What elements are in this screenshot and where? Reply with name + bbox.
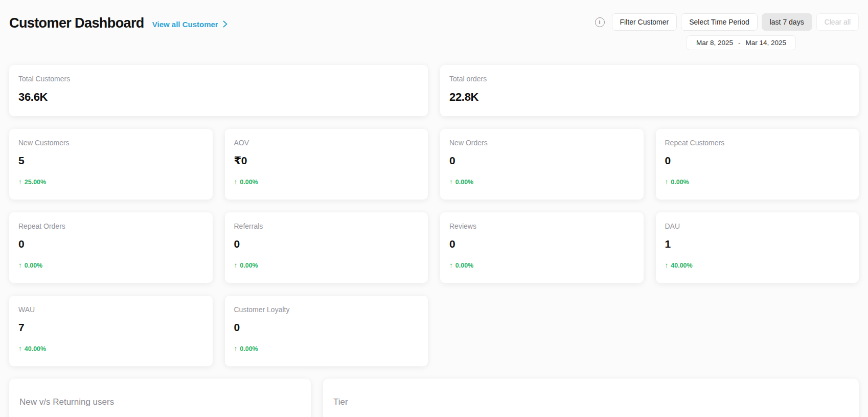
date-range-picker[interactable]: Mar 8, 2025 - Mar 14, 2025 xyxy=(687,35,796,50)
metric-label: Total Customers xyxy=(18,75,419,83)
metric-value: ₹0 xyxy=(234,155,419,167)
referrals-card: Referrals 0 ↑ 0.00% xyxy=(225,212,428,283)
bottom-charts-row: New v/s Returning users Tier xyxy=(9,379,859,417)
active-period-chip[interactable]: last 7 days xyxy=(762,13,812,31)
metric-change: ↑ 0.00% xyxy=(665,178,850,186)
dashboard-content: Total Customers 36.6K Total orders 22.8K… xyxy=(9,65,859,417)
date-range-row: Mar 8, 2025 - Mar 14, 2025 xyxy=(687,35,796,50)
metric-change-value: 0.00% xyxy=(671,179,689,186)
metric-value: 22.8K xyxy=(449,91,850,104)
new-vs-returning-users-card: New v/s Returning users xyxy=(9,379,311,417)
summary-cards-row: Total Customers 36.6K Total orders 22.8K xyxy=(9,65,859,116)
metric-change: ↑ 40.00% xyxy=(665,261,850,269)
section-title: New v/s Returning users xyxy=(19,397,301,407)
metric-value: 0 xyxy=(234,321,419,334)
up-arrow-icon: ↑ xyxy=(449,178,453,186)
up-arrow-icon: ↑ xyxy=(234,261,238,269)
metric-label: Customer Loyalty xyxy=(234,305,419,314)
date-range-start: Mar 8, 2025 xyxy=(696,39,733,47)
reviews-card: Reviews 0 ↑ 0.00% xyxy=(440,212,644,283)
metric-label: Referrals xyxy=(234,222,419,230)
tier-card: Tier xyxy=(323,379,859,417)
metric-label: DAU xyxy=(665,222,850,230)
view-all-customer-link[interactable]: View all Customer xyxy=(152,18,227,29)
header-controls: i Filter Customer Select Time Period las… xyxy=(595,13,859,50)
up-arrow-icon: ↑ xyxy=(18,345,22,353)
repeat-orders-card: Repeat Orders 0 ↑ 0.00% xyxy=(9,212,213,283)
clear-all-button[interactable]: Clear all xyxy=(816,13,859,31)
up-arrow-icon: ↑ xyxy=(234,178,238,186)
metric-change-value: 0.00% xyxy=(455,179,473,186)
customer-dashboard-page: Customer Dashboard View all Customer i F… xyxy=(0,0,868,417)
up-arrow-icon: ↑ xyxy=(665,178,669,186)
metric-change-value: 0.00% xyxy=(240,345,258,353)
up-arrow-icon: ↑ xyxy=(234,345,238,353)
total-orders-card: Total orders 22.8K xyxy=(440,65,859,116)
metric-label: New Customers xyxy=(18,139,203,147)
metric-value: 5 xyxy=(18,155,203,167)
metric-change-value: 0.00% xyxy=(240,179,258,186)
metric-value: 0 xyxy=(665,155,850,167)
metric-value: 0 xyxy=(18,238,203,250)
metric-cards-grid: New Customers 5 ↑ 25.00% AOV ₹0 ↑ 0.00% … xyxy=(9,129,859,366)
metric-change: ↑ 0.00% xyxy=(18,261,203,269)
metric-label: New Orders xyxy=(449,139,634,147)
wau-card: WAU 7 ↑ 40.00% xyxy=(9,296,213,366)
up-arrow-icon: ↑ xyxy=(665,261,669,269)
metric-value: 0 xyxy=(234,238,419,250)
metric-change: ↑ 40.00% xyxy=(18,345,203,353)
chevron-right-icon xyxy=(223,20,227,28)
page-title: Customer Dashboard xyxy=(9,15,144,31)
aov-card: AOV ₹0 ↑ 0.00% xyxy=(225,129,428,200)
metric-change-value: 0.00% xyxy=(25,262,42,269)
section-title: Tier xyxy=(333,397,849,407)
metric-change: ↑ 25.00% xyxy=(18,178,203,186)
metric-change-value: 25.00% xyxy=(25,179,46,186)
view-all-label: View all Customer xyxy=(152,20,218,29)
metric-change-value: 0.00% xyxy=(240,262,258,269)
metric-value: 0 xyxy=(449,238,634,250)
metric-change-value: 40.00% xyxy=(671,262,692,269)
metric-change-value: 40.00% xyxy=(25,345,46,353)
filter-controls-row: i Filter Customer Select Time Period las… xyxy=(595,13,859,31)
metric-label: WAU xyxy=(18,305,203,314)
up-arrow-icon: ↑ xyxy=(449,261,453,269)
metric-change: ↑ 0.00% xyxy=(234,345,419,353)
info-icon[interactable]: i xyxy=(595,17,605,27)
metric-label: Reviews xyxy=(449,222,634,230)
metric-value: 36.6K xyxy=(18,91,419,104)
metric-label: Repeat Customers xyxy=(665,139,850,147)
dau-card: DAU 1 ↑ 40.00% xyxy=(656,212,859,283)
customer-loyalty-card: Customer Loyalty 0 ↑ 0.00% xyxy=(225,296,428,366)
total-customers-card: Total Customers 36.6K xyxy=(9,65,428,116)
page-header: Customer Dashboard View all Customer i F… xyxy=(9,0,859,50)
new-customers-card: New Customers 5 ↑ 25.00% xyxy=(9,129,213,200)
metric-change: ↑ 0.00% xyxy=(234,261,419,269)
metric-change-value: 0.00% xyxy=(455,262,473,269)
up-arrow-icon: ↑ xyxy=(18,178,22,186)
filter-customer-button[interactable]: Filter Customer xyxy=(612,13,677,31)
metric-change: ↑ 0.00% xyxy=(234,178,419,186)
metric-change: ↑ 0.00% xyxy=(449,178,634,186)
date-range-separator: - xyxy=(738,39,741,47)
new-orders-card: New Orders 0 ↑ 0.00% xyxy=(440,129,644,200)
metric-label: Repeat Orders xyxy=(18,222,203,230)
repeat-customers-card: Repeat Customers 0 ↑ 0.00% xyxy=(656,129,859,200)
up-arrow-icon: ↑ xyxy=(18,261,22,269)
metric-label: Total orders xyxy=(449,75,850,83)
date-range-end: Mar 14, 2025 xyxy=(745,39,786,47)
metric-value: 1 xyxy=(665,238,850,250)
metric-value: 7 xyxy=(18,321,203,334)
select-time-period-button[interactable]: Select Time Period xyxy=(681,13,758,31)
metric-label: AOV xyxy=(234,139,419,147)
header-title-group: Customer Dashboard View all Customer xyxy=(9,13,227,31)
metric-value: 0 xyxy=(449,155,634,167)
metric-change: ↑ 0.00% xyxy=(449,261,634,269)
